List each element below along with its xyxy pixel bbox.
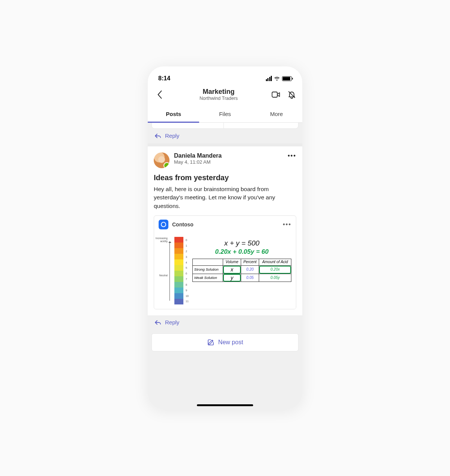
feed-divider	[148, 143, 302, 146]
attachment-more-button[interactable]: •••	[283, 221, 291, 228]
avatar[interactable]	[154, 152, 170, 168]
app-bar: Marketing Northwind Traders	[148, 84, 302, 105]
reply-button[interactable]: Reply	[148, 315, 302, 330]
solution-table: Volume Percent Amount of Acid Strong Sol…	[192, 259, 291, 282]
notifications-button[interactable]	[286, 89, 297, 100]
meet-button[interactable]	[271, 89, 281, 100]
feed: Reply Daniela Mandera May 4, 11:02 AM ••…	[148, 123, 302, 410]
new-post-label: New post	[218, 339, 243, 346]
attachment-card[interactable]: Contoso ••• Increasing acidity Neutral	[154, 215, 296, 309]
equation-1: x + y = 500	[192, 237, 291, 248]
post-more-button[interactable]: •••	[288, 152, 296, 159]
equation-2: 0.20x + 0.05y = 60	[192, 248, 291, 259]
status-time: 8:14	[158, 75, 170, 82]
post-author: Daniela Mandera	[174, 152, 222, 159]
reply-label: Reply	[165, 133, 179, 139]
back-button[interactable]	[153, 88, 166, 101]
ph-scale: Increasing acidity Neutral 0123456789101…	[159, 237, 189, 304]
post-timestamp: May 4, 11:02 AM	[174, 159, 222, 165]
previous-post-card[interactable]	[152, 123, 298, 129]
status-indicators	[266, 76, 292, 81]
battery-icon	[282, 76, 292, 81]
tab-bar: Posts Files More	[148, 105, 302, 123]
compose-icon	[207, 339, 214, 346]
reply-icon	[154, 133, 161, 139]
tab-files[interactable]: Files	[199, 105, 250, 122]
scale-mid-label: Neutral	[159, 274, 168, 277]
tab-label: Files	[219, 111, 231, 117]
status-bar: 8:14	[148, 66, 302, 84]
home-indicator	[197, 404, 253, 406]
svg-rect-0	[272, 92, 278, 97]
attachment-app-name: Contoso	[172, 221, 194, 227]
tab-label: Posts	[166, 111, 181, 117]
cellular-icon	[266, 76, 272, 81]
tab-posts[interactable]: Posts	[148, 105, 199, 122]
whiteboard-preview: Increasing acidity Neutral 0123456789101…	[154, 233, 296, 309]
wifi-icon	[274, 76, 280, 81]
reply-button-prev[interactable]: Reply	[148, 129, 302, 143]
scale-top-label: Increasing acidity	[156, 237, 168, 243]
team-subtitle: Northwind Traders	[166, 96, 271, 101]
post: Daniela Mandera May 4, 11:02 AM ••• Idea…	[148, 146, 302, 315]
tab-more[interactable]: More	[251, 105, 302, 122]
app-icon	[159, 220, 168, 229]
reply-icon	[154, 319, 161, 325]
post-title: Ideas from yesterday	[154, 173, 296, 182]
phone-frame: 8:14 Marketing Northwind Traders	[148, 66, 302, 410]
tab-label: More	[270, 111, 283, 117]
new-post-button[interactable]: New post	[152, 333, 298, 351]
channel-title: Marketing	[166, 88, 271, 96]
post-body: Hey all, here is our brainstorming board…	[154, 185, 296, 210]
reply-label: Reply	[165, 319, 179, 325]
